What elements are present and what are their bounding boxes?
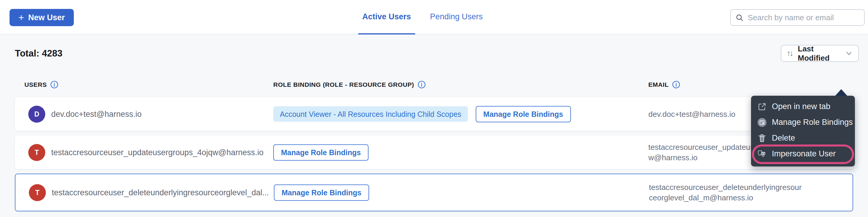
role-binding-cell: Manage Role Bindings (273, 144, 369, 160)
context-menu-arrow (835, 89, 847, 96)
sort-dropdown[interactable]: ↑↓ Last Modified (781, 45, 859, 62)
user-email-line2: ceorglevel_dal_m@harness.io (649, 193, 802, 203)
column-header-users: USERS (24, 80, 58, 88)
avatar: D (28, 106, 45, 122)
content-area: Total: 4283 ↑↓ Last Modified USERS ROLE … (0, 34, 868, 217)
menu-item-open-in-new-tab[interactable]: Open in new tab (751, 99, 855, 114)
role-bindings-icon (757, 117, 767, 128)
sort-dropdown-value: Last Modified (797, 44, 841, 63)
search-icon (736, 14, 744, 22)
role-binding-badge: Account Viewer - All Resources Including… (273, 106, 468, 122)
menu-item-label: Open in new tab (772, 102, 831, 111)
avatar: T (28, 144, 45, 161)
new-user-button[interactable]: + New User (9, 9, 74, 26)
email-header-label: EMAIL (648, 81, 669, 88)
tab-active-users-label: Active Users (362, 12, 411, 22)
table-row[interactable]: D dev.doc+test@harness.io Account Viewer… (15, 97, 853, 131)
role-binding-cell: Manage Role Bindings (274, 184, 369, 201)
user-name: testaccresourceuser_deleteunderlyingreso… (52, 188, 269, 197)
search-input[interactable] (748, 13, 859, 22)
manage-role-bindings-button[interactable]: Manage Role Bindings (273, 144, 369, 160)
column-header-role-binding: ROLE BINDING (ROLE - RESOURCE GROUP) (273, 80, 426, 88)
user-email-line1: testaccresourceuser_deleteunderlyingreso… (649, 182, 802, 193)
menu-item-label: Delete (772, 134, 795, 143)
avatar: T (29, 184, 46, 201)
info-icon[interactable] (672, 80, 680, 88)
users-header-label: USERS (24, 81, 47, 88)
external-link-icon (757, 102, 767, 112)
top-header: + New User Active Users Pending Users (0, 0, 868, 34)
menu-item-delete[interactable]: Delete (751, 130, 855, 146)
row-context-menu: Open in new tab Manage Role Bindings (751, 96, 855, 167)
info-icon[interactable] (417, 80, 426, 88)
user-name: testaccresourceuser_updateusergroups_4oj… (51, 148, 264, 157)
manage-role-bindings-button[interactable]: Manage Role Bindings (476, 106, 571, 122)
column-header-email: EMAIL (648, 80, 680, 88)
masks-icon (757, 149, 767, 159)
menu-item-label: Manage Role Bindings (772, 118, 853, 127)
user-email: dev.doc+test@harness.io (648, 109, 736, 119)
role-binding-cell: Account Viewer - All Resources Including… (273, 106, 571, 122)
search-box[interactable] (730, 9, 865, 26)
manage-role-bindings-button[interactable]: Manage Role Bindings (274, 184, 369, 201)
menu-item-manage-role-bindings[interactable]: Manage Role Bindings (751, 114, 855, 130)
table-row-selected[interactable]: T testaccresourceuser_deleteunderlyingre… (15, 174, 853, 211)
table-header-row: USERS ROLE BINDING (ROLE - RESOURCE GROU… (0, 80, 868, 89)
tab-pending-users[interactable]: Pending Users (430, 0, 483, 34)
menu-item-label: Impersonate User (772, 149, 836, 158)
user-name: dev.doc+test@harness.io (51, 109, 142, 119)
menu-item-impersonate-user[interactable]: Impersonate User (751, 146, 855, 162)
new-user-button-label: New User (28, 13, 65, 22)
role-binding-header-label: ROLE BINDING (ROLE - RESOURCE GROUP) (273, 81, 414, 88)
info-icon[interactable] (50, 80, 58, 88)
plus-icon: + (19, 13, 24, 22)
table-row[interactable]: T testaccresourceuser_updateusergroups_4… (15, 136, 853, 169)
chevron-down-icon (845, 50, 853, 58)
tab-bar: Active Users Pending Users (362, 0, 483, 34)
user-management-screen: + New User Active Users Pending Users To… (0, 0, 868, 217)
sort-arrows-icon: ↑↓ (787, 49, 793, 58)
total-count: Total: 4283 (15, 48, 63, 59)
tab-pending-users-label: Pending Users (430, 12, 483, 22)
trash-icon (757, 133, 767, 143)
user-email: testaccresourceuser_deleteunderlyingreso… (649, 182, 802, 203)
tab-active-users[interactable]: Active Users (362, 0, 411, 34)
